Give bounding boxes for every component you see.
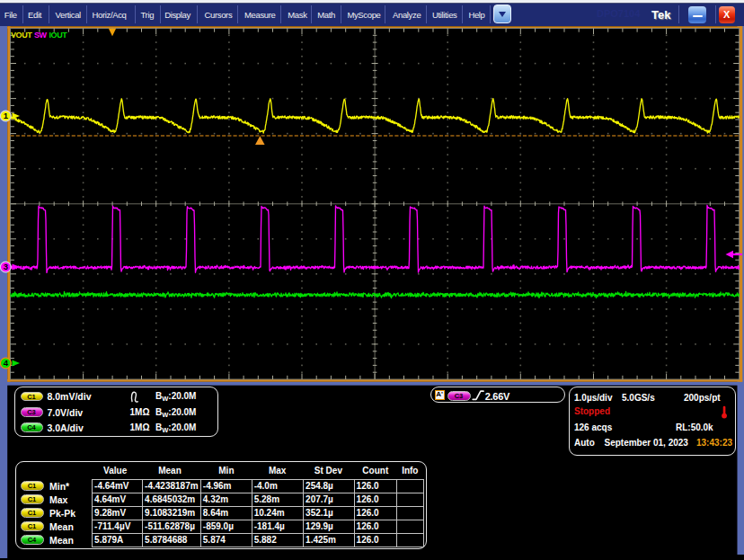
svg-text:SW: SW (34, 31, 48, 40)
svg-text:4: 4 (4, 358, 9, 368)
svg-text:IOUT: IOUT (49, 31, 68, 40)
svg-text:1: 1 (4, 111, 9, 120)
svg-text:VOUT: VOUT (11, 31, 32, 40)
svg-text:3: 3 (4, 262, 8, 271)
